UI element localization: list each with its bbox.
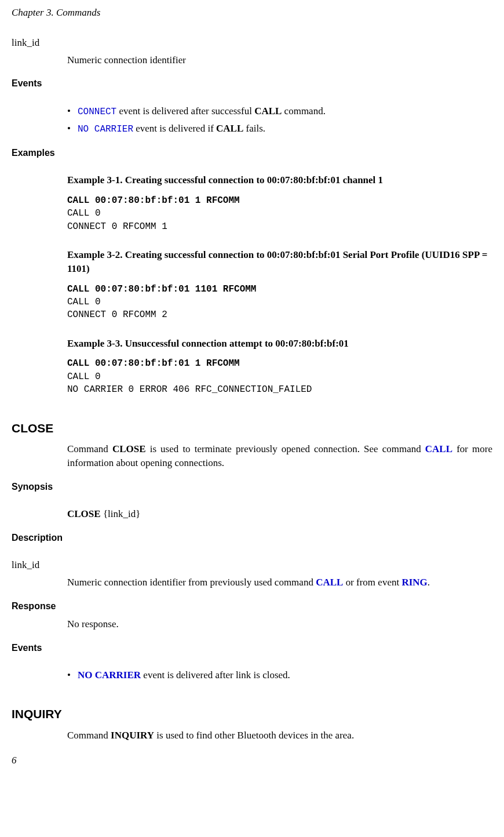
example-2: Example 3-2. Creating successful connect… — [67, 248, 492, 322]
example-title: Example 3-1. Creating successful connect… — [67, 173, 492, 187]
term-link-id-2-def: Numeric connection identifier from previ… — [67, 576, 492, 589]
example-output: CALL 0 — [67, 296, 492, 308]
section-examples: Examples — [12, 147, 492, 159]
list-item: • NO CARRIER event is delivered after li… — [67, 668, 492, 682]
example-1: Example 3-1. Creating successful connect… — [67, 173, 492, 233]
connect-link[interactable]: CONNECT — [78, 107, 116, 117]
example-3: Example 3-3. Unsuccessful connection att… — [67, 337, 492, 396]
call-link-2[interactable]: CALL — [316, 577, 343, 588]
bullet-icon: • — [67, 104, 78, 118]
chapter-header: Chapter 3. Commands — [12, 6, 492, 20]
section-response: Response — [12, 600, 492, 613]
example-output: CONNECT 0 RFCOMM 1 — [67, 220, 492, 233]
example-input: CALL 00:07:80:bf:bf:01 1 RFCOMM — [67, 357, 492, 370]
heading-close: CLOSE — [12, 420, 492, 436]
call-link[interactable]: CALL — [425, 443, 452, 454]
page-number: 6 — [12, 754, 492, 767]
example-title: Example 3-2. Creating successful connect… — [67, 248, 492, 276]
list-item: • NO CARRIER event is delivered if CALL … — [67, 122, 492, 136]
response-body: No response. — [67, 617, 492, 631]
example-input: CALL 00:07:80:bf:bf:01 1 RFCOMM — [67, 194, 492, 207]
bullet-text: NO CARRIER event is delivered if CALL fa… — [78, 122, 492, 136]
inquiry-body: Command INQUIRY is used to find other Bl… — [67, 729, 492, 743]
example-output: NO CARRIER 0 ERROR 406 RFC_CONNECTION_FA… — [67, 383, 492, 396]
section-events: Events — [12, 77, 492, 90]
term-link-id: link_id — [12, 36, 492, 50]
heading-inquiry: INQUIRY — [12, 705, 492, 722]
close-body: Command CLOSE is used to terminate previ… — [67, 442, 492, 470]
example-output: CALL 0 — [67, 370, 492, 383]
nocarrier-link-2[interactable]: NO CARRIER — [78, 669, 141, 680]
section-synopsis: Synopsis — [12, 481, 492, 493]
example-output: CALL 0 — [67, 207, 492, 220]
term-link-id-def: Numeric connection identifier — [67, 53, 492, 67]
bullet-text: NO CARRIER event is delivered after link… — [78, 668, 492, 682]
term-link-id-2: link_id — [12, 558, 492, 572]
events-list: • CONNECT event is delivered after succe… — [67, 104, 492, 136]
list-item: • CONNECT event is delivered after succe… — [67, 104, 492, 118]
bullet-icon: • — [67, 122, 78, 136]
example-title: Example 3-3. Unsuccessful connection att… — [67, 337, 492, 351]
bullet-icon: • — [67, 668, 78, 682]
events-list-2: • NO CARRIER event is delivered after li… — [67, 668, 492, 682]
example-output: CONNECT 0 RFCOMM 2 — [67, 308, 492, 321]
close-synopsis: CLOSE {link_id} — [67, 507, 492, 521]
bullet-text: CONNECT event is delivered after success… — [78, 104, 492, 118]
section-events-2: Events — [12, 642, 492, 654]
example-input: CALL 00:07:80:bf:bf:01 1101 RFCOMM — [67, 283, 492, 296]
nocarrier-link[interactable]: NO CARRIER — [78, 124, 133, 134]
ring-link[interactable]: RING — [401, 577, 427, 588]
section-description: Description — [12, 532, 492, 544]
